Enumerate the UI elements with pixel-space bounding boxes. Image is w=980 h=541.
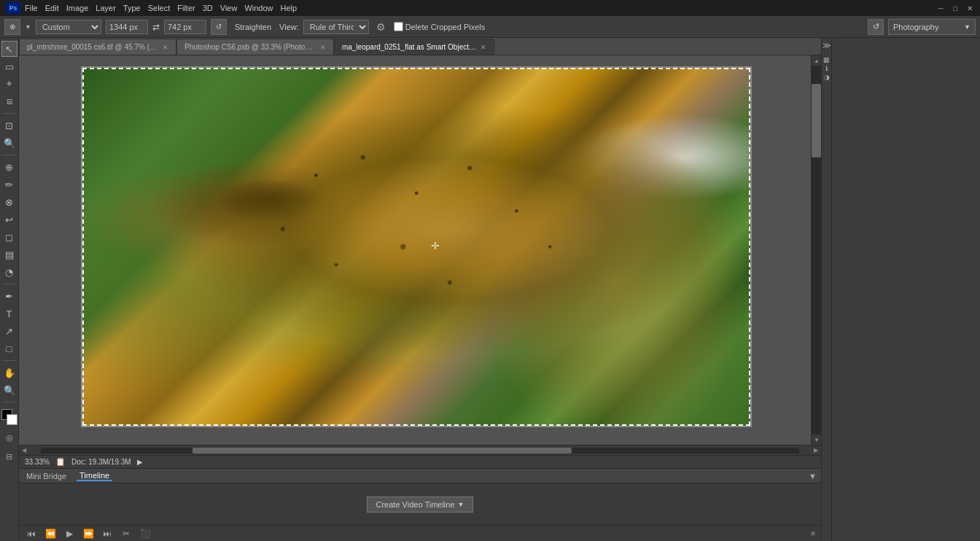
toolbar-separator <box>2 113 17 114</box>
create-video-timeline-button[interactable]: Create Video Timeline ▼ <box>367 497 474 513</box>
tool-lasso[interactable]: ⌖ <box>1 76 18 92</box>
tc-stop[interactable]: ⬛ <box>139 527 152 540</box>
tool-mode-icon[interactable]: ⊕ <box>4 19 20 35</box>
timeline-controls: ⏮ ⏪ ▶ ⏩ ⏭ ✂ ⬛ ≡ <box>19 525 821 541</box>
view-label: View: <box>279 23 299 31</box>
color-picker[interactable] <box>1 409 18 425</box>
tab-1[interactable]: pl_mtrshmre_00015 cs6.tif @ 45.7% (Photo… <box>19 39 176 55</box>
scroll-right-arrow[interactable]: ▶ <box>811 445 821 456</box>
tool-gradient[interactable]: ▤ <box>1 246 18 262</box>
scroll-thumb-v[interactable] <box>812 84 821 157</box>
height-input[interactable] <box>164 20 206 34</box>
menu-view[interactable]: View <box>220 4 238 12</box>
tool-marquee-rect[interactable]: ▭ <box>1 58 18 74</box>
tool-brush[interactable]: ✏ <box>1 176 18 192</box>
bottom-tab-timeline[interactable]: Timeline <box>77 471 112 481</box>
tool-eraser[interactable]: ◻ <box>1 229 18 245</box>
tool-shape[interactable]: □ <box>1 340 18 357</box>
tool-zoom[interactable]: 🔍 <box>1 382 18 398</box>
scroll-track-h[interactable] <box>41 448 799 454</box>
menu-window[interactable]: Window <box>244 4 273 12</box>
tool-magic-wand[interactable]: ⧆ <box>1 93 18 109</box>
toolbar-separator-5 <box>2 402 17 402</box>
status-icon: 📋 <box>55 457 66 467</box>
title-bar: Ps File Edit Image Layer Type Select Fil… <box>0 0 980 16</box>
menu-select[interactable]: Select <box>148 4 171 12</box>
canvas-area[interactable]: ✛ <box>19 55 811 445</box>
bottom-panel-collapse[interactable]: ▼ <box>809 472 817 480</box>
panel-icon-info[interactable]: ℹ <box>825 65 828 72</box>
width-input[interactable] <box>106 20 148 34</box>
quick-mask-icon[interactable]: ◎ <box>1 429 18 445</box>
tc-cut[interactable]: ✂ <box>120 527 133 540</box>
overlay-select[interactable]: Rule of Thirds <box>303 20 369 34</box>
options-bar: ⊕ ▼ Custom ⇄ ↺ Straighten View: Rule of … <box>0 16 980 38</box>
overlay-options-icon[interactable]: ⚙ <box>373 19 389 35</box>
tool-pen[interactable]: ✒ <box>1 288 18 304</box>
right-panel: ≫ ▦ ℹ ◑ Histogram Navigator A ≡ <box>821 38 980 541</box>
tab-close-1[interactable]: ✕ <box>163 44 168 51</box>
status-arrow[interactable]: ▶ <box>137 458 143 466</box>
tab-close-3[interactable]: ✕ <box>481 44 486 51</box>
bottom-tab-minibridge[interactable]: Mini Bridge <box>23 472 69 480</box>
tool-crop[interactable]: ⊡ <box>1 117 18 133</box>
scroll-track-v[interactable] <box>812 66 821 435</box>
tc-goto-end[interactable]: ⏭ <box>101 527 114 540</box>
status-bar: 33.33% 📋 Doc: 19.3M/19.3M ▶ <box>19 455 821 468</box>
tool-clone-stamp[interactable]: ⊗ <box>1 194 18 210</box>
panel-edge-collapse[interactable]: ≫ <box>822 41 831 50</box>
tc-prev-frame[interactable]: ⏪ <box>44 527 57 540</box>
menu-file[interactable]: File <box>25 4 38 12</box>
toolbar-separator-4 <box>2 360 17 361</box>
tool-path-select[interactable]: ↗ <box>1 323 18 339</box>
menu-help[interactable]: Help <box>281 4 298 12</box>
maximize-button[interactable]: □ <box>951 4 960 12</box>
tab-close-2[interactable]: ✕ <box>320 44 326 51</box>
menu-edit[interactable]: Edit <box>45 4 59 12</box>
scroll-up-arrow[interactable]: ▲ <box>812 55 821 66</box>
menu-3d[interactable]: 3D <box>203 4 213 12</box>
screen-mode-icon[interactable]: ⊟ <box>1 448 18 464</box>
scroll-thumb-h[interactable] <box>192 448 572 454</box>
delete-cropped-label[interactable]: Delete Cropped Pixels <box>394 22 485 31</box>
tc-play[interactable]: ▶ <box>63 527 76 540</box>
tool-preset-select[interactable]: Custom <box>36 20 101 34</box>
tc-goto-start[interactable]: ⏮ <box>25 527 38 540</box>
swap-icon[interactable]: ⇄ <box>152 22 160 32</box>
menu-bar[interactable]: File Edit Image Layer Type Select Filter… <box>25 4 297 12</box>
tab-3-active[interactable]: ma_leopard_0251_flat as Smart Object-1 @… <box>334 39 494 55</box>
dropdown-arrow-icon[interactable]: ▼ <box>458 501 464 508</box>
workspace-dropdown[interactable]: Photography ▼ <box>888 19 976 35</box>
close-button[interactable]: ✕ <box>965 4 974 12</box>
menu-type[interactable]: Type <box>123 4 141 12</box>
straighten-button[interactable]: Straighten <box>231 20 275 34</box>
document-tabs: pl_mtrshmre_00015 cs6.tif @ 45.7% (Photo… <box>19 38 821 55</box>
tool-dodge[interactable]: ◔ <box>1 264 18 280</box>
title-bar-right: ─ □ ✕ <box>936 4 974 12</box>
toolbar-separator-2 <box>2 155 17 155</box>
tc-next-frame[interactable]: ⏩ <box>82 527 95 540</box>
background-color[interactable] <box>7 414 18 425</box>
menu-layer[interactable]: Layer <box>96 4 116 12</box>
panel-icon-adj[interactable]: ◑ <box>824 74 830 81</box>
tool-hand[interactable]: ✋ <box>1 365 18 381</box>
minimize-button[interactable]: ─ <box>936 4 945 12</box>
delete-cropped-checkbox[interactable] <box>394 22 403 31</box>
menu-filter[interactable]: Filter <box>177 4 195 12</box>
reset-icon[interactable]: ↺ <box>868 19 884 35</box>
scroll-left-arrow[interactable]: ◀ <box>19 445 29 456</box>
menu-image[interactable]: Image <box>66 4 89 12</box>
vertical-scrollbar[interactable]: ▲ ▼ <box>811 55 821 445</box>
tool-type[interactable]: T <box>1 305 18 322</box>
rotate-canvas-icon[interactable]: ↺ <box>211 19 227 35</box>
timeline-menu-icon[interactable]: ≡ <box>811 529 815 537</box>
tool-move[interactable]: ↖ <box>1 41 18 57</box>
scroll-down-arrow[interactable]: ▼ <box>812 435 821 445</box>
tool-spot-heal[interactable]: ⊕ <box>1 159 18 175</box>
tab-2[interactable]: Photoshop CS6.psb @ 33.3% (Photoshop CS6… <box>176 39 334 55</box>
tool-history-brush[interactable]: ↩ <box>1 211 18 227</box>
panel-icon-histogram[interactable]: ▦ <box>823 56 830 63</box>
horizontal-scrollbar[interactable]: ◀ ▶ <box>19 445 821 455</box>
toolbar-separator-3 <box>2 284 17 284</box>
tool-eyedropper[interactable]: 🔍 <box>1 135 18 151</box>
